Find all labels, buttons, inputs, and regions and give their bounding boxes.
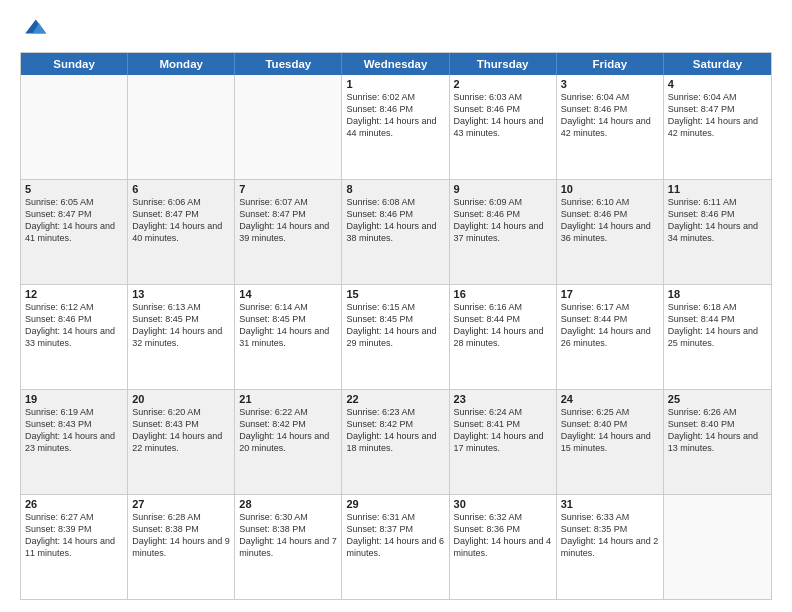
cell-info-text: Sunrise: 6:31 AM Sunset: 8:37 PM Dayligh… (346, 511, 444, 560)
cell-info-text: Sunrise: 6:17 AM Sunset: 8:44 PM Dayligh… (561, 301, 659, 350)
calendar-cell: 26Sunrise: 6:27 AM Sunset: 8:39 PM Dayli… (21, 495, 128, 599)
calendar-cell: 14Sunrise: 6:14 AM Sunset: 8:45 PM Dayli… (235, 285, 342, 389)
calendar-header: SundayMondayTuesdayWednesdayThursdayFrid… (21, 53, 771, 75)
calendar-cell: 1Sunrise: 6:02 AM Sunset: 8:46 PM Daylig… (342, 75, 449, 179)
calendar-cell: 11Sunrise: 6:11 AM Sunset: 8:46 PM Dayli… (664, 180, 771, 284)
calendar-row-4: 26Sunrise: 6:27 AM Sunset: 8:39 PM Dayli… (21, 494, 771, 599)
day-number: 19 (25, 393, 123, 405)
calendar-cell: 17Sunrise: 6:17 AM Sunset: 8:44 PM Dayli… (557, 285, 664, 389)
calendar-cell: 29Sunrise: 6:31 AM Sunset: 8:37 PM Dayli… (342, 495, 449, 599)
cell-info-text: Sunrise: 6:09 AM Sunset: 8:46 PM Dayligh… (454, 196, 552, 245)
calendar-cell (128, 75, 235, 179)
calendar-row-3: 19Sunrise: 6:19 AM Sunset: 8:43 PM Dayli… (21, 389, 771, 494)
day-number: 15 (346, 288, 444, 300)
calendar-cell: 10Sunrise: 6:10 AM Sunset: 8:46 PM Dayli… (557, 180, 664, 284)
cell-info-text: Sunrise: 6:14 AM Sunset: 8:45 PM Dayligh… (239, 301, 337, 350)
weekday-header-saturday: Saturday (664, 53, 771, 75)
day-number: 21 (239, 393, 337, 405)
calendar-body: 1Sunrise: 6:02 AM Sunset: 8:46 PM Daylig… (21, 75, 771, 599)
day-number: 6 (132, 183, 230, 195)
calendar-row-0: 1Sunrise: 6:02 AM Sunset: 8:46 PM Daylig… (21, 75, 771, 179)
cell-info-text: Sunrise: 6:25 AM Sunset: 8:40 PM Dayligh… (561, 406, 659, 455)
day-number: 11 (668, 183, 767, 195)
cell-info-text: Sunrise: 6:07 AM Sunset: 8:47 PM Dayligh… (239, 196, 337, 245)
day-number: 16 (454, 288, 552, 300)
day-number: 1 (346, 78, 444, 90)
cell-info-text: Sunrise: 6:02 AM Sunset: 8:46 PM Dayligh… (346, 91, 444, 140)
cell-info-text: Sunrise: 6:27 AM Sunset: 8:39 PM Dayligh… (25, 511, 123, 560)
calendar-cell: 22Sunrise: 6:23 AM Sunset: 8:42 PM Dayli… (342, 390, 449, 494)
cell-info-text: Sunrise: 6:19 AM Sunset: 8:43 PM Dayligh… (25, 406, 123, 455)
calendar-cell: 20Sunrise: 6:20 AM Sunset: 8:43 PM Dayli… (128, 390, 235, 494)
calendar-cell: 31Sunrise: 6:33 AM Sunset: 8:35 PM Dayli… (557, 495, 664, 599)
calendar-cell: 25Sunrise: 6:26 AM Sunset: 8:40 PM Dayli… (664, 390, 771, 494)
cell-info-text: Sunrise: 6:11 AM Sunset: 8:46 PM Dayligh… (668, 196, 767, 245)
cell-info-text: Sunrise: 6:13 AM Sunset: 8:45 PM Dayligh… (132, 301, 230, 350)
day-number: 24 (561, 393, 659, 405)
day-number: 23 (454, 393, 552, 405)
calendar-cell: 16Sunrise: 6:16 AM Sunset: 8:44 PM Dayli… (450, 285, 557, 389)
calendar-cell: 6Sunrise: 6:06 AM Sunset: 8:47 PM Daylig… (128, 180, 235, 284)
day-number: 5 (25, 183, 123, 195)
calendar-cell: 7Sunrise: 6:07 AM Sunset: 8:47 PM Daylig… (235, 180, 342, 284)
cell-info-text: Sunrise: 6:04 AM Sunset: 8:47 PM Dayligh… (668, 91, 767, 140)
cell-info-text: Sunrise: 6:26 AM Sunset: 8:40 PM Dayligh… (668, 406, 767, 455)
calendar-cell: 21Sunrise: 6:22 AM Sunset: 8:42 PM Dayli… (235, 390, 342, 494)
day-number: 22 (346, 393, 444, 405)
calendar-row-2: 12Sunrise: 6:12 AM Sunset: 8:46 PM Dayli… (21, 284, 771, 389)
day-number: 18 (668, 288, 767, 300)
day-number: 30 (454, 498, 552, 510)
calendar-cell: 30Sunrise: 6:32 AM Sunset: 8:36 PM Dayli… (450, 495, 557, 599)
day-number: 14 (239, 288, 337, 300)
calendar-cell: 28Sunrise: 6:30 AM Sunset: 8:38 PM Dayli… (235, 495, 342, 599)
cell-info-text: Sunrise: 6:18 AM Sunset: 8:44 PM Dayligh… (668, 301, 767, 350)
cell-info-text: Sunrise: 6:28 AM Sunset: 8:38 PM Dayligh… (132, 511, 230, 560)
cell-info-text: Sunrise: 6:16 AM Sunset: 8:44 PM Dayligh… (454, 301, 552, 350)
day-number: 4 (668, 78, 767, 90)
cell-info-text: Sunrise: 6:06 AM Sunset: 8:47 PM Dayligh… (132, 196, 230, 245)
cell-info-text: Sunrise: 6:05 AM Sunset: 8:47 PM Dayligh… (25, 196, 123, 245)
day-number: 3 (561, 78, 659, 90)
calendar-cell: 5Sunrise: 6:05 AM Sunset: 8:47 PM Daylig… (21, 180, 128, 284)
cell-info-text: Sunrise: 6:12 AM Sunset: 8:46 PM Dayligh… (25, 301, 123, 350)
day-number: 13 (132, 288, 230, 300)
calendar-row-1: 5Sunrise: 6:05 AM Sunset: 8:47 PM Daylig… (21, 179, 771, 284)
cell-info-text: Sunrise: 6:08 AM Sunset: 8:46 PM Dayligh… (346, 196, 444, 245)
day-number: 17 (561, 288, 659, 300)
calendar-cell: 18Sunrise: 6:18 AM Sunset: 8:44 PM Dayli… (664, 285, 771, 389)
logo (20, 16, 52, 44)
day-number: 20 (132, 393, 230, 405)
cell-info-text: Sunrise: 6:03 AM Sunset: 8:46 PM Dayligh… (454, 91, 552, 140)
logo-icon (20, 16, 48, 44)
cell-info-text: Sunrise: 6:15 AM Sunset: 8:45 PM Dayligh… (346, 301, 444, 350)
day-number: 29 (346, 498, 444, 510)
calendar-cell (235, 75, 342, 179)
page: SundayMondayTuesdayWednesdayThursdayFrid… (0, 0, 792, 612)
weekday-header-sunday: Sunday (21, 53, 128, 75)
cell-info-text: Sunrise: 6:24 AM Sunset: 8:41 PM Dayligh… (454, 406, 552, 455)
day-number: 7 (239, 183, 337, 195)
day-number: 10 (561, 183, 659, 195)
day-number: 31 (561, 498, 659, 510)
calendar-cell: 23Sunrise: 6:24 AM Sunset: 8:41 PM Dayli… (450, 390, 557, 494)
calendar-cell: 4Sunrise: 6:04 AM Sunset: 8:47 PM Daylig… (664, 75, 771, 179)
calendar-cell: 24Sunrise: 6:25 AM Sunset: 8:40 PM Dayli… (557, 390, 664, 494)
calendar-cell: 19Sunrise: 6:19 AM Sunset: 8:43 PM Dayli… (21, 390, 128, 494)
calendar-cell: 8Sunrise: 6:08 AM Sunset: 8:46 PM Daylig… (342, 180, 449, 284)
weekday-header-thursday: Thursday (450, 53, 557, 75)
weekday-header-friday: Friday (557, 53, 664, 75)
cell-info-text: Sunrise: 6:23 AM Sunset: 8:42 PM Dayligh… (346, 406, 444, 455)
day-number: 2 (454, 78, 552, 90)
cell-info-text: Sunrise: 6:32 AM Sunset: 8:36 PM Dayligh… (454, 511, 552, 560)
day-number: 9 (454, 183, 552, 195)
calendar-cell: 27Sunrise: 6:28 AM Sunset: 8:38 PM Dayli… (128, 495, 235, 599)
calendar-cell: 3Sunrise: 6:04 AM Sunset: 8:46 PM Daylig… (557, 75, 664, 179)
cell-info-text: Sunrise: 6:22 AM Sunset: 8:42 PM Dayligh… (239, 406, 337, 455)
day-number: 27 (132, 498, 230, 510)
calendar-cell (664, 495, 771, 599)
cell-info-text: Sunrise: 6:20 AM Sunset: 8:43 PM Dayligh… (132, 406, 230, 455)
calendar-cell: 13Sunrise: 6:13 AM Sunset: 8:45 PM Dayli… (128, 285, 235, 389)
calendar: SundayMondayTuesdayWednesdayThursdayFrid… (20, 52, 772, 600)
cell-info-text: Sunrise: 6:33 AM Sunset: 8:35 PM Dayligh… (561, 511, 659, 560)
weekday-header-wednesday: Wednesday (342, 53, 449, 75)
